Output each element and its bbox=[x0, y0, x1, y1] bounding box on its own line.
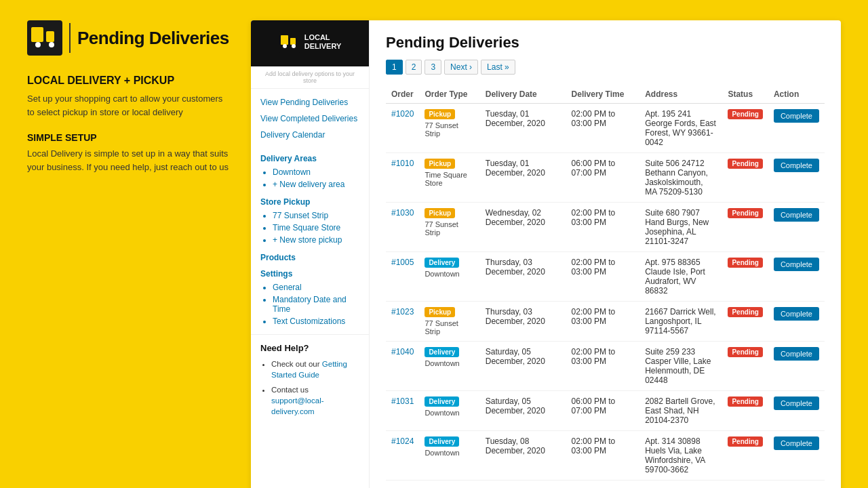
complete-button[interactable]: Complete bbox=[774, 347, 819, 361]
nav-delivery-calendar[interactable]: Delivery Calendar bbox=[251, 127, 369, 143]
card-sidebar-subtitle: Add local delivery options to your store bbox=[251, 66, 369, 89]
delivery-address: Apt. 195 241 George Fords, East Forest, … bbox=[639, 104, 722, 153]
svg-point-3 bbox=[35, 42, 41, 47]
sidebar-item-77-sunset[interactable]: 77 Sunset Strip bbox=[273, 209, 359, 222]
delivery-address: Suite 680 7907 Hand Burgs, New Josephina… bbox=[639, 203, 722, 252]
sidebar-item-new-store-pickup[interactable]: + New store pickup bbox=[273, 234, 359, 246]
page-btn-last[interactable]: Last » bbox=[481, 60, 515, 75]
delivery-date: Saturday, 05 December, 2020 bbox=[480, 342, 566, 391]
status-badge: Pending bbox=[728, 436, 762, 447]
order-link[interactable]: #1005 bbox=[391, 258, 414, 267]
sidebar-help: Need Help? Check out our Getting Started… bbox=[251, 334, 369, 429]
page-btn-2[interactable]: 2 bbox=[406, 60, 422, 75]
left-panel: Pending Deliveries LOCAL DELIVERY + PICK… bbox=[27, 20, 231, 187]
delivery-date: Thursday, 03 December, 2020 bbox=[480, 302, 566, 342]
col-header-order: Order bbox=[386, 85, 419, 104]
table-row: #1023 Pickup 77 Sunset Strip Thursday, 0… bbox=[386, 302, 825, 342]
type-badge: Delivery bbox=[425, 258, 459, 268]
section-title-products[interactable]: Products bbox=[260, 253, 359, 262]
delivery-time: 02:00 PM to 03:00 PM bbox=[566, 342, 640, 391]
deliveries-table: Order Order Type Delivery Date Delivery … bbox=[386, 85, 825, 481]
type-detail: Downtown bbox=[425, 270, 474, 278]
status-badge: Pending bbox=[728, 208, 762, 218]
order-link[interactable]: #1023 bbox=[391, 307, 414, 317]
table-row: #1024 Delivery Downtown Tuesday, 08 Dece… bbox=[386, 431, 825, 481]
delivery-time: 02:00 PM to 03:00 PM bbox=[566, 203, 640, 252]
logo-area: Pending Deliveries bbox=[27, 20, 231, 56]
help-title: Need Help? bbox=[260, 343, 359, 353]
table-row: #1020 Pickup 77 Sunset Strip Tuesday, 01… bbox=[386, 104, 825, 153]
feature2-text: Local Delivery is simple to set up in a … bbox=[27, 147, 231, 174]
section-title-store-pickup[interactable]: Store Pickup bbox=[260, 197, 359, 207]
delivery-date: Saturday, 05 December, 2020 bbox=[480, 391, 566, 431]
status-badge: Pending bbox=[728, 396, 762, 407]
page-btn-next[interactable]: Next › bbox=[444, 60, 478, 75]
sidebar-section-store-pickup: Store Pickup 77 Sunset Strip Time Square… bbox=[251, 192, 369, 247]
complete-button[interactable]: Complete bbox=[774, 109, 819, 123]
sidebar-item-new-delivery-area[interactable]: + New delivery area bbox=[273, 178, 359, 190]
nav-view-completed[interactable]: View Completed Deliveries bbox=[251, 110, 369, 127]
card-main: Pending Deliveries 1 2 3 Next › Last » O… bbox=[370, 20, 841, 488]
order-link[interactable]: #1020 bbox=[391, 109, 414, 119]
sidebar-item-text-customizations[interactable]: Text Customizations bbox=[273, 315, 359, 327]
type-badge: Pickup bbox=[425, 159, 455, 169]
col-header-time: Delivery Time bbox=[566, 85, 640, 104]
status-badge: Pending bbox=[728, 159, 762, 169]
help-item-contact: Contact us support@local-delivery.com bbox=[271, 384, 359, 417]
svg-rect-7 bbox=[290, 38, 296, 45]
left-content: LOCAL DELIVERY + PICKUP Set up your shop… bbox=[27, 75, 231, 174]
logo-icon bbox=[27, 20, 62, 56]
card-sidebar: LOCAL DELIVERY Add local delivery option… bbox=[251, 20, 370, 488]
type-badge: Pickup bbox=[425, 307, 455, 317]
section-title-delivery-areas[interactable]: Delivery Areas bbox=[260, 154, 359, 163]
delivery-time: 02:00 PM to 03:00 PM bbox=[566, 252, 640, 302]
complete-button[interactable]: Complete bbox=[774, 208, 819, 222]
delivery-time: 02:00 PM to 03:00 PM bbox=[566, 431, 640, 481]
delivery-date: Wednesday, 02 December, 2020 bbox=[480, 203, 566, 252]
delivery-time: 06:00 PM to 07:00 PM bbox=[566, 391, 640, 431]
type-detail: 77 Sunset Strip bbox=[425, 121, 474, 138]
sidebar-item-time-square[interactable]: Time Square Store bbox=[273, 222, 359, 234]
type-detail: 77 Sunset Strip bbox=[425, 220, 474, 237]
table-row: #1030 Pickup 77 Sunset Strip Wednesday, … bbox=[386, 203, 825, 252]
complete-button[interactable]: Complete bbox=[774, 396, 819, 410]
feature1-title: LOCAL DELIVERY + PICKUP bbox=[27, 75, 231, 87]
delivery-address: 21667 Darrick Well, Langoshport, IL 9711… bbox=[639, 302, 722, 342]
page-btn-3[interactable]: 3 bbox=[425, 60, 441, 75]
sidebar-nav: View Pending Deliveries View Completed D… bbox=[251, 89, 369, 148]
col-header-date: Delivery Date bbox=[480, 85, 566, 104]
sidebar-item-general[interactable]: General bbox=[273, 281, 359, 293]
complete-button[interactable]: Complete bbox=[774, 258, 819, 271]
status-badge: Pending bbox=[728, 258, 762, 268]
delivery-address: Apt. 975 88365 Claude Isle, Port Audrafo… bbox=[639, 252, 722, 302]
pagination: 1 2 3 Next › Last » bbox=[386, 60, 825, 75]
complete-button[interactable]: Complete bbox=[774, 159, 819, 172]
col-header-type: Order Type bbox=[419, 85, 479, 104]
nav-view-pending[interactable]: View Pending Deliveries bbox=[251, 94, 369, 110]
section-title-settings[interactable]: Settings bbox=[260, 269, 359, 279]
order-link[interactable]: #1040 bbox=[391, 347, 414, 357]
order-link[interactable]: #1010 bbox=[391, 159, 414, 168]
complete-button[interactable]: Complete bbox=[774, 307, 819, 321]
svg-point-8 bbox=[283, 44, 287, 48]
sidebar-item-mandatory-date[interactable]: Mandatory Date and Time bbox=[273, 293, 359, 315]
status-badge: Pending bbox=[728, 109, 762, 119]
order-link[interactable]: #1024 bbox=[391, 436, 414, 446]
order-link[interactable]: #1031 bbox=[391, 396, 414, 406]
type-badge: Pickup bbox=[425, 109, 455, 119]
complete-button[interactable]: Complete bbox=[774, 436, 819, 450]
sidebar-item-downtown[interactable]: Downtown bbox=[273, 166, 359, 178]
app-card: LOCAL DELIVERY Add local delivery option… bbox=[251, 20, 841, 488]
delivery-date: Tuesday, 01 December, 2020 bbox=[480, 153, 566, 203]
type-detail: Downtown bbox=[425, 449, 474, 457]
order-link[interactable]: #1030 bbox=[391, 208, 414, 218]
col-header-action: Action bbox=[768, 85, 825, 104]
page-btn-1[interactable]: 1 bbox=[386, 60, 403, 75]
type-detail: Time Square Store bbox=[425, 171, 474, 187]
delivery-time: 02:00 PM to 03:00 PM bbox=[566, 302, 640, 342]
feature2-title: SIMPLE SETUP bbox=[27, 132, 231, 143]
help-contact-link[interactable]: support@local-delivery.com bbox=[271, 396, 324, 415]
delivery-time: 06:00 PM to 07:00 PM bbox=[566, 153, 640, 203]
delivery-date: Tuesday, 01 December, 2020 bbox=[480, 104, 566, 153]
delivery-date: Thursday, 03 December, 2020 bbox=[480, 252, 566, 302]
